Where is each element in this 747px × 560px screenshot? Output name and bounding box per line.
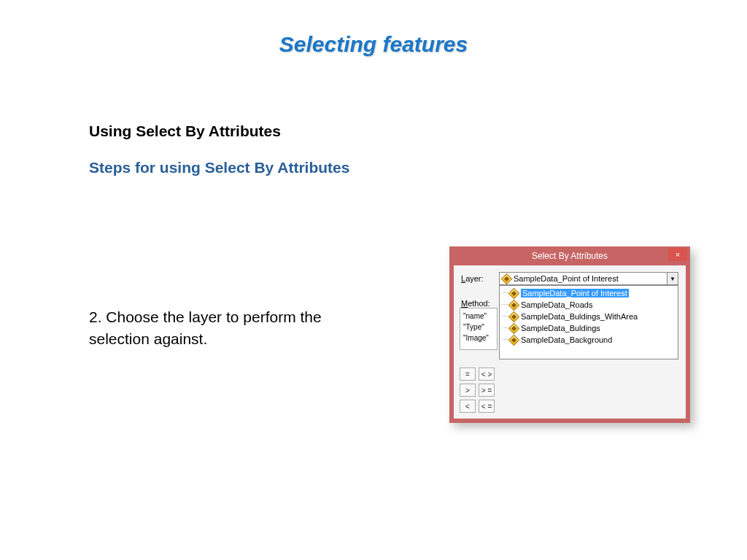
fields-listbox[interactable]: "name" "Type" "Image"	[460, 308, 498, 350]
layer-option[interactable]: SampleData_Buldings	[500, 322, 678, 334]
method-label: Method:	[461, 299, 490, 308]
op-lt-button[interactable]: <	[460, 400, 476, 413]
layer-option[interactable]: SampleData_Roads	[500, 299, 678, 311]
select-by-attributes-dialog: Select By Attributes × Layer: Method: Sa…	[449, 246, 690, 423]
layer-dropdown-list: SampleData_Point of Interest SampleData_…	[499, 285, 678, 359]
layer-option[interactable]: SampleData_Point of Interest	[500, 287, 678, 299]
op-neq-button[interactable]: < >	[479, 368, 495, 381]
layer-label: Layer:	[461, 274, 484, 283]
field-item[interactable]: "Image"	[463, 332, 494, 343]
section-heading-1: Using Select By Attributes	[89, 122, 281, 140]
dialog-body: Layer: Method: SampleData_Point of Inter…	[454, 265, 686, 419]
field-item[interactable]: "name"	[463, 311, 494, 322]
layer-option[interactable]: SampleData_Background	[500, 334, 678, 346]
layer-option[interactable]: SampleData_Buldings_WithArea	[500, 311, 678, 322]
operator-buttons: = < > > > = < < =	[460, 368, 495, 416]
slide: Selecting features Using Select By Attri…	[0, 0, 747, 560]
layer-icon	[510, 301, 518, 309]
slide-title: Selecting features	[0, 32, 747, 57]
dialog-title: Select By Attributes	[449, 246, 690, 265]
chevron-down-icon[interactable]: ▼	[667, 273, 678, 284]
field-item[interactable]: "Type"	[463, 322, 494, 332]
layer-icon	[510, 324, 518, 332]
close-button[interactable]: ×	[668, 248, 687, 261]
layer-icon	[510, 336, 518, 344]
op-lte-button[interactable]: < =	[479, 400, 495, 413]
layer-selected-text: SampleData_Point of Interest	[514, 274, 619, 283]
op-eq-button[interactable]: =	[460, 368, 476, 381]
layer-icon	[510, 313, 518, 321]
layer-icon	[510, 289, 518, 298]
layer-icon	[503, 275, 511, 283]
dialog-titlebar: Select By Attributes ×	[449, 246, 690, 265]
section-heading-2: Steps for using Select By Attributes	[89, 159, 349, 176]
op-gte-button[interactable]: > =	[479, 384, 495, 397]
step-text: 2. Choose the layer to perform the selec…	[89, 306, 381, 351]
op-gt-button[interactable]: >	[460, 384, 476, 397]
layer-combobox[interactable]: SampleData_Point of Interest ▼	[499, 272, 678, 285]
